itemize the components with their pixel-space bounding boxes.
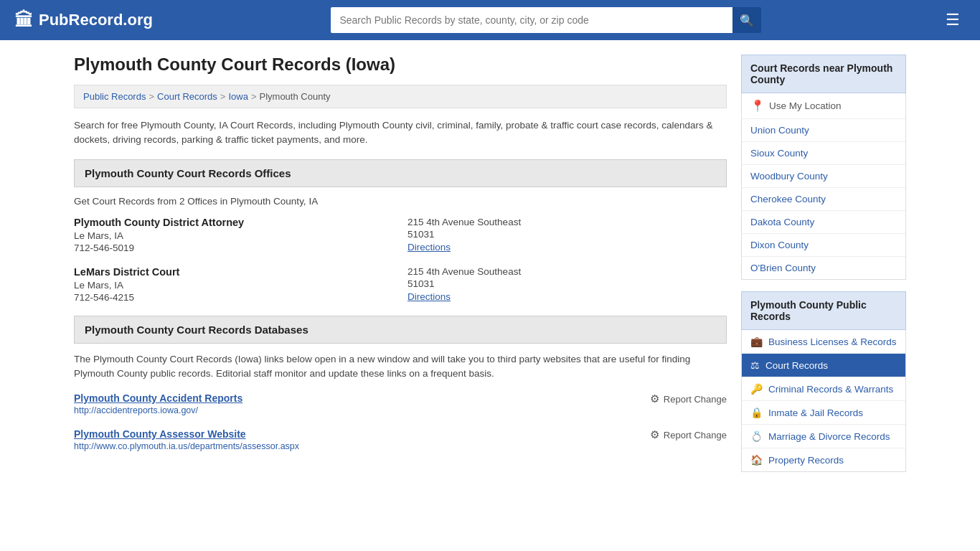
marriage-icon: 💍 [750, 430, 763, 442]
logo-icon: 🏛 [14, 9, 33, 32]
breadcrumb: Public Records > Court Records > Iowa > … [74, 85, 727, 108]
breadcrumb-iowa[interactable]: Iowa [228, 91, 248, 102]
business-icon: 💼 [750, 336, 763, 347]
sidebar-item-court-label: Court Records [765, 360, 828, 371]
office-1-zip: 51031 [407, 229, 727, 240]
sidebar-item-criminal-label: Criminal Records & Warrants [768, 384, 893, 395]
breadcrumb-public-records[interactable]: Public Records [83, 91, 146, 102]
office-2-name: LeMars District Court [74, 266, 393, 278]
db-entry-2-report-change[interactable]: ⚙ Report Change [650, 428, 727, 441]
report-change-label-1: Report Change [664, 394, 727, 405]
db-entry-2-url[interactable]: http://www.co.plymouth.ia.us/departments… [74, 441, 299, 451]
office-1-phone: 712-546-5019 [74, 242, 393, 253]
page-title: Plymouth County Court Records (Iowa) [74, 55, 727, 75]
use-location[interactable]: 📍 Use My Location [742, 93, 905, 119]
county-link-4[interactable]: Dakota County [742, 211, 905, 234]
report-change-label-2: Report Change [664, 430, 727, 441]
office-1-address: 215 4th Avenue Southeast [407, 217, 727, 227]
sidebar-item-marriage-label: Marriage & Divorce Records [768, 431, 890, 442]
db-entry-1: Plymouth County Accident Reports http://… [74, 392, 727, 418]
use-location-label: Use My Location [769, 100, 842, 111]
sidebar-item-criminal[interactable]: 🔑 Criminal Records & Warrants [742, 377, 905, 401]
county-link-1[interactable]: Sioux County [742, 142, 905, 165]
nearby-section-header: Court Records near Plymouth County [741, 55, 906, 93]
property-icon: 🏠 [750, 454, 763, 466]
public-records-section-header: Plymouth County Public Records [741, 291, 906, 330]
office-1: Plymouth County District Attorney Le Mar… [74, 217, 727, 255]
report-icon-1: ⚙ [650, 392, 659, 405]
office-1-directions[interactable]: Directions [407, 242, 451, 253]
office-2: LeMars District Court Le Mars, IA 712-54… [74, 266, 727, 304]
sidebar-item-inmate[interactable]: 🔒 Inmate & Jail Records [742, 401, 905, 425]
db-entry-1-report-change[interactable]: ⚙ Report Change [650, 392, 727, 405]
office-2-directions[interactable]: Directions [407, 291, 451, 302]
search-input[interactable] [331, 7, 732, 33]
main-content: Plymouth County Court Records (Iowa) Pub… [74, 55, 727, 484]
breadcrumb-court-records[interactable]: Court Records [157, 91, 217, 102]
inmate-icon: 🔒 [750, 407, 763, 418]
offices-section-header: Plymouth County Court Records Offices [74, 159, 727, 187]
breadcrumb-sep-2: > [220, 91, 226, 102]
county-link-2[interactable]: Woodbury County [742, 165, 905, 188]
logo-text: PubRecord.org [39, 11, 153, 29]
breadcrumb-sep-3: > [251, 91, 257, 102]
office-1-city: Le Mars, IA [74, 230, 393, 241]
sidebar-item-inmate-label: Inmate & Jail Records [768, 408, 863, 418]
offices-get-text: Get Court Records from 2 Offices in Plym… [74, 196, 727, 207]
sidebar-item-business[interactable]: 💼 Business Licenses & Records [742, 330, 905, 354]
sidebar-item-court-records[interactable]: ⚖ Court Records [742, 354, 905, 377]
breadcrumb-sep-1: > [149, 91, 154, 102]
office-1-name: Plymouth County District Attorney [74, 217, 393, 228]
public-records-list: 💼 Business Licenses & Records ⚖ Court Re… [741, 330, 906, 472]
db-entry-1-url[interactable]: http://accidentreports.iowa.gov/ [74, 405, 198, 415]
menu-button[interactable]: ☰ [940, 5, 966, 35]
sidebar-item-marriage[interactable]: 💍 Marriage & Divorce Records [742, 425, 905, 448]
report-icon-2: ⚙ [650, 428, 659, 441]
court-icon: ⚖ [750, 359, 760, 371]
county-link-6[interactable]: O'Brien County [742, 257, 905, 279]
office-2-address: 215 4th Avenue Southeast [407, 266, 727, 277]
sidebar-item-property-label: Property Records [768, 455, 844, 466]
sidebar-item-business-label: Business Licenses & Records [768, 336, 897, 347]
search-area: 🔍 [331, 7, 761, 33]
page-description: Search for free Plymouth County, IA Cour… [74, 118, 727, 148]
office-2-city: Le Mars, IA [74, 280, 393, 291]
breadcrumb-current: Plymouth County [260, 91, 331, 102]
db-entry-1-title[interactable]: Plymouth County Accident Reports [74, 392, 242, 404]
logo[interactable]: 🏛 PubRecord.org [14, 9, 153, 32]
criminal-icon: 🔑 [750, 383, 763, 395]
databases-section-header: Plymouth County Court Records Databases [74, 316, 727, 344]
county-link-0[interactable]: Union County [742, 119, 905, 142]
databases-description: The Plymouth County Court Records (Iowa)… [74, 352, 727, 382]
db-entry-2-title[interactable]: Plymouth County Assessor Website [74, 428, 299, 440]
sidebar: Court Records near Plymouth County 📍 Use… [741, 55, 906, 484]
location-icon: 📍 [750, 99, 765, 113]
nearby-list: 📍 Use My Location Union County Sioux Cou… [741, 93, 906, 280]
search-button[interactable]: 🔍 [732, 7, 761, 33]
county-link-5[interactable]: Dixon County [742, 234, 905, 257]
county-link-3[interactable]: Cherokee County [742, 188, 905, 211]
db-entry-2: Plymouth County Assessor Website http://… [74, 428, 727, 454]
office-2-phone: 712-546-4215 [74, 292, 393, 303]
office-2-zip: 51031 [407, 278, 727, 289]
sidebar-item-property[interactable]: 🏠 Property Records [742, 448, 905, 471]
